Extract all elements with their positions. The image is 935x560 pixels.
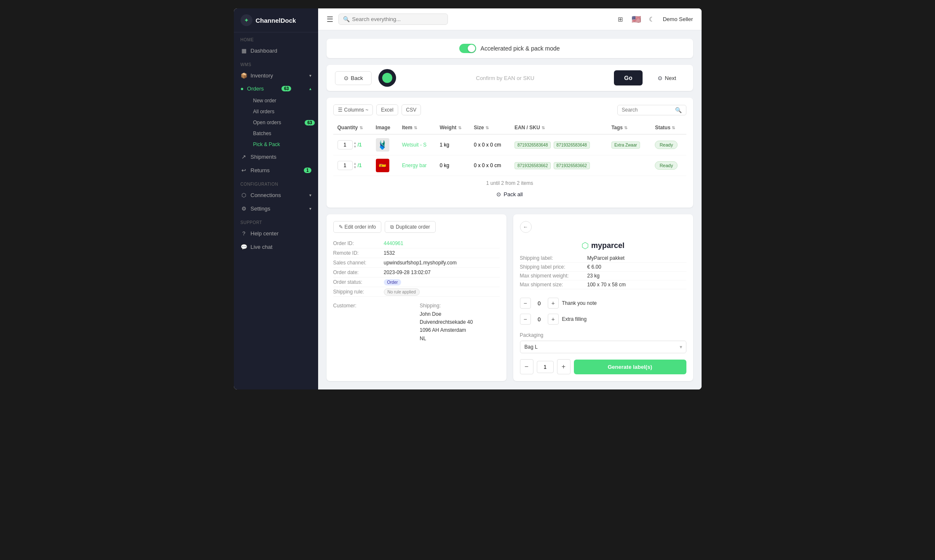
- columns-label: Columns ~: [344, 107, 369, 113]
- shipping-panel-header: ←: [520, 221, 686, 233]
- accel-toggle[interactable]: [459, 44, 476, 53]
- wetsuit-icon: 🩱: [377, 140, 388, 150]
- accel-label: Accelerated pick & pack mode: [480, 45, 560, 52]
- chat-icon: 💬: [241, 243, 247, 250]
- qty-input-2[interactable]: [338, 161, 353, 170]
- duplicate-order-button[interactable]: ⧉ Duplicate order: [385, 221, 435, 233]
- label-value: MyParcel pakket: [587, 254, 686, 263]
- ean-badge-2b: 8719326583662: [554, 162, 590, 169]
- sidebar-item-inventory[interactable]: 📦 Inventory ▾: [234, 69, 318, 82]
- cell-size-1: 0 x 0 x 0 cm: [469, 134, 510, 155]
- product-image-2: 🇪🇸: [376, 159, 389, 172]
- sidebar-item-orders[interactable]: ● Orders 63 ▴: [234, 82, 318, 95]
- order-info-panel: ✎ Edit order info ⧉ Duplicate order Orde…: [327, 214, 506, 381]
- packaging-label: Packaging: [520, 332, 686, 338]
- extra-filling-counter: − 0 + Extra filling: [520, 311, 686, 327]
- table-row: ▲▼ /1 🩱 Wetsuit - S: [333, 134, 686, 155]
- sales-channel-label: Sales channel:: [333, 258, 384, 268]
- sidebar-item-live-chat[interactable]: 💬 Live chat: [234, 240, 318, 253]
- gen-count-input[interactable]: [537, 361, 554, 373]
- dashboard-icon: ▦: [241, 47, 247, 54]
- orders-table: Quantity ⇅ Image Item ⇅ Weight ⇅ Size ⇅ …: [333, 121, 686, 176]
- grid-icon[interactable]: ⊞: [615, 13, 627, 25]
- sidebar-item-all-orders[interactable]: All orders: [250, 106, 318, 117]
- item-link-1[interactable]: Wetsuit - S: [402, 142, 426, 148]
- cell-tags-1: Extra Zwaar: [607, 134, 651, 155]
- table-search[interactable]: 🔍: [617, 105, 686, 115]
- csv-button[interactable]: CSV: [402, 104, 421, 115]
- cell-img-1: 🩱: [372, 134, 398, 155]
- detail-row-weight: Max shipment weight: 23 kg: [520, 272, 686, 280]
- gen-minus-button[interactable]: −: [520, 359, 533, 374]
- open-orders-label: Open orders: [253, 120, 281, 125]
- search-bar[interactable]: 🔍: [338, 13, 448, 25]
- sidebar-item-help[interactable]: ? Help center: [234, 227, 318, 240]
- qty-arrows-1: ▲▼: [354, 141, 357, 149]
- duplicate-icon: ⧉: [390, 224, 394, 230]
- sidebar-item-pick-pack[interactable]: Pick & Pack: [250, 139, 318, 150]
- help-label: Help center: [251, 230, 279, 237]
- cell-weight-2: 0 kg: [435, 155, 469, 176]
- thank-you-plus[interactable]: +: [548, 298, 559, 309]
- flag-icon[interactable]: 🇺🇸: [632, 15, 641, 24]
- next-button[interactable]: ⊙ Next: [649, 72, 685, 85]
- info-row-remote-id: Remote ID: 1532: [333, 248, 500, 258]
- table-row: ▲▼ /1 🇪🇸 Energy bar: [333, 155, 686, 176]
- bottom-grid: ✎ Edit order info ⧉ Duplicate order Orde…: [327, 214, 693, 381]
- shipping-details: Shipping label: MyParcel pakket Shipping…: [520, 254, 686, 289]
- sidebar-item-returns[interactable]: ↩ Returns 1: [234, 163, 318, 177]
- generate-labels-button[interactable]: Generate label(s): [574, 360, 686, 374]
- sidebar-item-open-orders[interactable]: Open orders 63: [250, 117, 318, 128]
- table-search-input[interactable]: [622, 107, 672, 113]
- thank-you-minus[interactable]: −: [520, 298, 531, 309]
- packaging-select[interactable]: Bag L: [520, 341, 686, 353]
- pack-all-button[interactable]: ⊙ Pack all: [333, 188, 686, 201]
- shipping-panel: ← ⬡ myparcel Shipping label: MyParcel pa…: [513, 214, 693, 381]
- col-image: Image: [372, 121, 398, 134]
- order-status-label: Order status:: [333, 277, 384, 287]
- menu-icon[interactable]: ☰: [327, 15, 333, 24]
- cell-tags-2: [607, 155, 651, 176]
- excel-button[interactable]: Excel: [376, 104, 398, 115]
- sidebar-item-shipments[interactable]: ↗ Shipments: [234, 150, 318, 163]
- search-input[interactable]: [352, 16, 443, 22]
- sidebar-item-settings[interactable]: ⚙ Settings ▾: [234, 202, 318, 215]
- status-badge-2: Ready: [655, 161, 678, 170]
- sidebar-item-new-order[interactable]: New order: [250, 95, 318, 106]
- info-row-order-status: Order status: Order: [333, 277, 500, 287]
- shipping-back-button[interactable]: ←: [520, 221, 532, 233]
- settings-expand-icon: ▾: [309, 206, 311, 211]
- edit-order-button[interactable]: ✎ Edit order info: [333, 221, 382, 233]
- orders-submenu: New order All orders Open orders 63 Batc…: [234, 95, 318, 150]
- sidebar-item-dashboard[interactable]: ▦ Dashboard: [234, 44, 318, 57]
- section-label-support: Support: [234, 215, 318, 227]
- topbar: ☰ 🔍 ⊞ 🇺🇸 ☾ Demo Seller: [318, 8, 702, 30]
- go-button[interactable]: Go: [614, 70, 642, 85]
- qty-total-2: /1: [357, 163, 362, 168]
- size-value: 100 x 70 x 58 cm: [587, 280, 686, 289]
- extra-filling-plus[interactable]: +: [548, 314, 559, 325]
- ean-input-area: Confirm by EAN or SKU: [403, 75, 607, 81]
- qty-total-1: /1: [357, 142, 362, 148]
- theme-icon[interactable]: ☾: [646, 13, 658, 25]
- detail-row-size: Max shipment size: 100 x 70 x 58 cm: [520, 280, 686, 289]
- shipments-label: Shipments: [251, 154, 276, 160]
- item-link-2[interactable]: Energy bar: [402, 163, 427, 168]
- gen-plus-button[interactable]: +: [557, 359, 571, 374]
- settings-icon: ⚙: [241, 205, 247, 212]
- qty-input-1[interactable]: [338, 140, 353, 149]
- shipping-label: Shipping:: [420, 303, 500, 309]
- nav-logo: [378, 69, 396, 87]
- back-icon: ⊙: [344, 75, 348, 81]
- cell-item-2: Energy bar: [398, 155, 436, 176]
- back-button[interactable]: ⊙ Back: [335, 71, 372, 85]
- order-id-value[interactable]: 4440961: [384, 240, 404, 246]
- info-row-order-id: Order ID: 4440961: [333, 239, 500, 248]
- sidebar-item-batches[interactable]: Batches: [250, 128, 318, 139]
- search-icon: 🔍: [343, 16, 350, 22]
- order-info-table: Order ID: 4440961 Remote ID: 1532 Sales …: [333, 239, 500, 297]
- columns-button[interactable]: ☰ Columns ~: [333, 104, 373, 115]
- extra-filling-minus[interactable]: −: [520, 314, 531, 325]
- edit-icon: ✎: [339, 224, 343, 230]
- sidebar-item-connections[interactable]: ⬡ Connections ▾: [234, 188, 318, 202]
